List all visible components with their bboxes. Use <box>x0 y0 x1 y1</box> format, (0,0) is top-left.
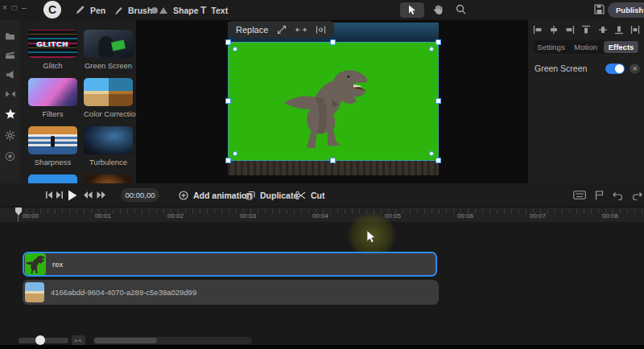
effect-turbulence[interactable]: Turbulence <box>84 126 133 166</box>
effect-green-screen[interactable]: Green Screen <box>84 30 133 70</box>
publish-button[interactable]: Publish <box>608 2 644 18</box>
playhead-marker[interactable] <box>14 207 23 216</box>
add-animation-button[interactable]: Add animation <box>179 183 252 207</box>
app-logo[interactable]: C <box>43 1 61 18</box>
blur-thumbnail[interactable]: BLUR <box>84 174 133 183</box>
align-middle-vertical-icon[interactable] <box>598 25 608 35</box>
resize-diagonal-icon[interactable] <box>277 25 287 35</box>
remove-effect-button[interactable]: ✕ <box>630 64 640 74</box>
save-button[interactable] <box>594 4 605 14</box>
clip-rex-thumbnail <box>25 253 46 275</box>
align-bottom-icon[interactable] <box>614 25 624 35</box>
effect-partial-left[interactable] <box>28 174 77 183</box>
text-tool-button[interactable]: T Text <box>200 0 228 20</box>
close-icon: ✕ <box>632 65 638 72</box>
cut-button[interactable]: Cut <box>295 183 325 207</box>
select-tool-button[interactable] <box>400 2 424 18</box>
brush-tool-button[interactable]: Brush <box>113 0 152 20</box>
ruler-label: 00:08 <box>602 212 618 220</box>
align-center-horizontal-icon[interactable] <box>549 25 559 35</box>
scrollbar-thumb[interactable] <box>94 338 157 343</box>
clip-rex[interactable]: rex <box>23 252 437 277</box>
resize-handle-bottom[interactable] <box>330 158 336 163</box>
resize-handle-top-right[interactable] <box>436 39 441 45</box>
align-right-icon[interactable] <box>565 25 575 35</box>
tab-effects[interactable]: Effects <box>604 41 638 53</box>
hand-icon <box>432 4 444 15</box>
effects-star-icon[interactable] <box>5 109 16 120</box>
selection-box[interactable] <box>228 42 439 161</box>
timeline-ruler[interactable]: 00:00 00:01 00:02 00:03 00:04 00:05 00:0… <box>0 207 644 222</box>
undo-icon[interactable] <box>613 191 623 200</box>
resize-handle-top-left[interactable] <box>225 39 231 45</box>
rotate-handle-bottom-right[interactable] <box>429 151 434 156</box>
rotate-handle-top-right[interactable] <box>429 47 434 51</box>
zoom-slider-knob[interactable] <box>35 335 45 345</box>
play-button[interactable] <box>68 190 77 201</box>
resize-handle-right[interactable] <box>436 98 441 104</box>
color-correction-thumbnail[interactable] <box>84 78 133 106</box>
resize-handle-left[interactable] <box>225 98 231 104</box>
filters-thumbnail[interactable] <box>28 78 77 106</box>
keyboard-shortcuts-icon[interactable] <box>573 191 586 199</box>
effect-sharpness[interactable]: Sharpness <box>28 126 77 166</box>
arrows-horizontal-icon[interactable] <box>295 25 307 35</box>
search-button[interactable] <box>456 4 466 14</box>
center-between-icon[interactable] <box>316 25 326 35</box>
clip-video-thumbnail <box>25 282 44 302</box>
clip-background-video[interactable]: 4166abdd-9604-4070-a289-c5e39a029d99 <box>23 280 439 305</box>
rewind-button[interactable] <box>83 191 93 199</box>
record-icon[interactable] <box>5 151 15 162</box>
effect-label: Glitch <box>28 61 77 70</box>
brush-icon <box>113 5 123 15</box>
maximize-icon[interactable]: □ <box>12 3 22 12</box>
sharpness-thumbnail[interactable] <box>28 126 77 154</box>
turbulence-thumbnail[interactable] <box>84 126 133 154</box>
effect-glitch[interactable]: GLITCH Glitch <box>28 30 77 70</box>
hand-tool-button[interactable] <box>432 4 444 15</box>
skip-to-end-button[interactable] <box>56 191 64 199</box>
timeline-scrollbar[interactable] <box>93 337 252 344</box>
resize-handle-bottom-right[interactable] <box>436 158 441 163</box>
resize-handle-top[interactable] <box>330 39 336 45</box>
resize-handle-bottom-left[interactable] <box>225 158 231 163</box>
transitions-icon[interactable] <box>5 90 16 98</box>
shape-tool-button[interactable]: Shape <box>151 0 199 20</box>
effect-color-correction[interactable]: Color Correction <box>84 78 133 118</box>
align-left-icon[interactable] <box>533 25 543 35</box>
cool-half <box>84 78 109 106</box>
marker-flag-icon[interactable] <box>595 191 604 200</box>
close-icon[interactable]: × <box>2 3 12 12</box>
audio-icon[interactable] <box>6 70 15 80</box>
green-screen-thumbnail[interactable] <box>84 30 133 58</box>
fit-glyph: >< <box>74 337 83 344</box>
duck-thumbnail[interactable] <box>28 174 77 183</box>
ruler-label: 00:07 <box>530 212 546 220</box>
rotate-handle-top-left[interactable] <box>233 47 237 51</box>
clip-label: rex <box>52 260 63 269</box>
replace-button[interactable]: Replace <box>236 25 268 35</box>
pen-tool-button[interactable]: Pen <box>75 0 105 20</box>
window-controls[interactable]: ×□– <box>2 3 31 12</box>
redo-icon[interactable] <box>632 191 642 200</box>
tab-motion[interactable]: Motion <box>568 40 603 54</box>
green-screen-toggle[interactable] <box>605 64 625 74</box>
folder-icon[interactable] <box>5 31 15 40</box>
settings-gear-icon[interactable] <box>5 130 15 141</box>
ruler-label: 00:01 <box>95 212 111 220</box>
rotate-handle-bottom-left[interactable] <box>233 151 237 156</box>
glitch-thumbnail[interactable]: GLITCH <box>28 30 77 58</box>
skip-to-start-button[interactable] <box>45 191 53 199</box>
minimize-icon[interactable]: – <box>22 3 31 12</box>
shape-tool-label: Shape <box>173 6 199 15</box>
duplicate-button[interactable]: Duplicate <box>246 183 298 207</box>
panel-tabs: Settings Motion Effects <box>534 40 639 54</box>
effect-partial-right[interactable]: BLUR <box>84 174 133 183</box>
tab-settings[interactable]: Settings <box>534 40 568 54</box>
media-library-icon[interactable] <box>5 51 15 60</box>
fit-horizontal-icon[interactable] <box>630 25 640 35</box>
logo-letter: C <box>48 3 56 16</box>
effect-filters[interactable]: Filters <box>28 78 77 118</box>
fast-forward-button[interactable] <box>97 191 106 199</box>
align-top-icon[interactable] <box>581 25 591 35</box>
